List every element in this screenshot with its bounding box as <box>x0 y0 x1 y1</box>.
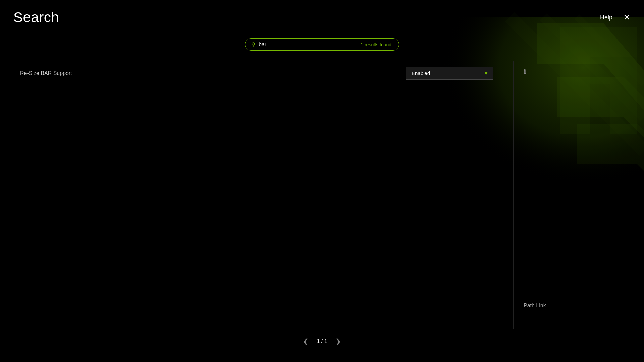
help-button[interactable]: Help <box>600 14 612 21</box>
search-results-count: 1 results found. <box>361 42 393 47</box>
next-page-button[interactable]: ❯ <box>335 337 341 345</box>
prev-page-button[interactable]: ❮ <box>303 337 309 345</box>
header-actions: Help ✕ <box>600 13 631 22</box>
result-label: Re-Size BAR Support <box>20 70 72 76</box>
pagination: ❮ 1 / 1 ❯ <box>303 337 341 345</box>
result-item: Re-Size BAR Support Enabled Disabled ▼ <box>20 61 493 86</box>
chevron-right-icon: ❯ <box>335 337 341 345</box>
info-icon[interactable]: ℹ <box>524 67 526 75</box>
search-icon: ⚲ <box>251 41 255 48</box>
right-sidebar: ℹ Path Link <box>513 61 644 329</box>
enabled-dropdown[interactable]: Enabled Disabled <box>406 67 493 80</box>
page-title: Search <box>13 9 59 25</box>
search-box: ⚲ 1 results found. <box>245 38 399 51</box>
chevron-left-icon: ❮ <box>303 337 309 345</box>
page-indicator: 1 / 1 <box>317 338 327 344</box>
search-input[interactable] <box>259 42 357 48</box>
path-link[interactable]: Path Link <box>524 303 546 309</box>
header: Search Help ✕ <box>0 0 644 35</box>
result-control: Enabled Disabled ▼ <box>406 67 493 80</box>
search-area: ⚲ 1 results found. <box>0 38 644 51</box>
main-content: Re-Size BAR Support Enabled Disabled ▼ ℹ… <box>0 61 644 329</box>
results-panel: Re-Size BAR Support Enabled Disabled ▼ <box>0 61 513 329</box>
dropdown-wrapper: Enabled Disabled ▼ <box>406 67 493 80</box>
close-button[interactable]: ✕ <box>623 13 631 22</box>
